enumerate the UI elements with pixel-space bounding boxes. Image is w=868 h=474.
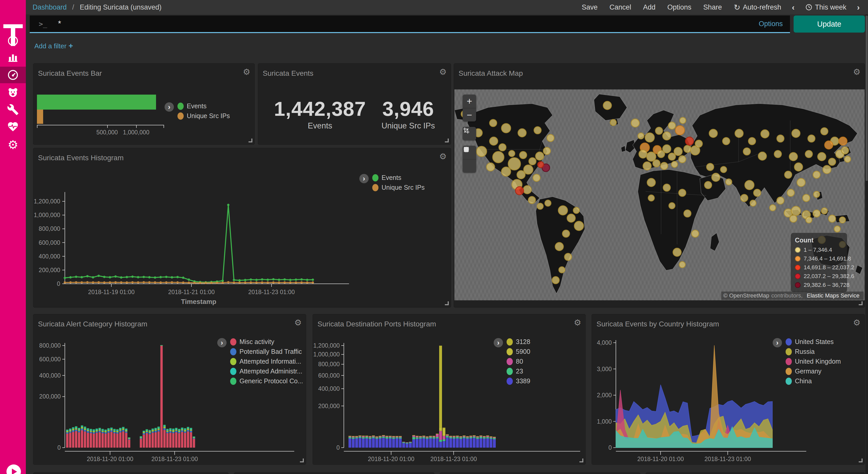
legend-expand-icon[interactable]: › — [494, 338, 503, 347]
svg-text:400,000: 400,000 — [39, 372, 61, 379]
map-legend-dot — [795, 247, 801, 253]
stacked-bar-segment — [78, 433, 80, 448]
stacked-bar-segment — [78, 429, 80, 431]
stacked-bar-segment — [406, 442, 408, 443]
breadcrumb-separator: / — [72, 3, 74, 11]
cancel-button[interactable]: Cancel — [603, 3, 637, 11]
legend-expand-icon[interactable]: › — [773, 338, 782, 347]
fit-bounds-crop-icon[interactable] — [463, 127, 476, 140]
legend-item[interactable]: United Kingdom — [785, 358, 841, 365]
time-forward-button[interactable]: › — [852, 3, 864, 12]
legend-item[interactable]: Germany — [785, 367, 841, 375]
stacked-bar-segment — [81, 428, 83, 430]
svg-text:2018-11-20 01:00: 2018-11-20 01:00 — [87, 456, 133, 463]
time-picker-button[interactable]: This week — [799, 3, 852, 11]
panel-resize-handle[interactable] — [300, 458, 304, 463]
legend-item[interactable]: Events — [372, 174, 425, 181]
stacked-bar-segment — [453, 437, 456, 439]
events-line-chart: 0200,000400,000600,000800,0001,000,0001,… — [33, 148, 451, 308]
zoom-in-button[interactable]: + — [463, 95, 476, 108]
panel-gear-icon[interactable]: ⚙ — [853, 68, 861, 76]
share-button[interactable]: Share — [697, 3, 728, 11]
stacked-bar-segment — [116, 429, 119, 430]
attack-dot — [520, 151, 527, 159]
panel-resize-handle[interactable] — [445, 139, 449, 142]
stacked-bar-segment — [453, 439, 456, 448]
add-button[interactable]: Add — [637, 3, 661, 11]
legend-item[interactable]: Russia — [785, 348, 841, 355]
attack-dot — [709, 129, 717, 138]
sidebar-item-monitoring[interactable] — [0, 118, 26, 135]
attack-dot — [753, 189, 761, 197]
save-button[interactable]: Save — [576, 3, 604, 11]
breadcrumb-dashboard-link[interactable]: Dashboard — [33, 3, 67, 11]
panel-resize-handle[interactable] — [859, 458, 863, 463]
panel-resize-handle[interactable] — [249, 139, 252, 142]
sidebar-item-hunting[interactable] — [0, 84, 26, 101]
attack-dot — [695, 140, 703, 147]
query-options-link[interactable]: Options — [759, 20, 783, 28]
legend-item[interactable]: Potentially Bad Traffic — [230, 348, 303, 355]
legend-item[interactable]: Unique Src IPs — [372, 184, 425, 191]
panel-resize-handle[interactable] — [580, 458, 583, 463]
draw-rectangle-icon[interactable] — [463, 159, 476, 173]
stacked-bar-segment — [389, 438, 392, 448]
legend-item[interactable]: China — [785, 377, 841, 385]
attack-dot — [672, 161, 678, 168]
legend-item[interactable]: Misc activity — [230, 338, 303, 346]
stacked-bar-segment — [187, 432, 189, 448]
vertical-scrollbar[interactable] — [865, 14, 868, 474]
attack-dot — [684, 145, 691, 152]
stacked-bar-segment — [113, 432, 116, 433]
legend-item[interactable]: 80 — [506, 358, 530, 365]
legend-label: Unique Src IPs — [187, 112, 230, 120]
legend-item[interactable]: Attempted Administr... — [230, 367, 303, 375]
legend-item[interactable]: 3389 — [506, 377, 530, 385]
stacked-bar-segment — [466, 437, 469, 438]
sidebar-item-dev-tools[interactable] — [0, 101, 26, 118]
options-button[interactable]: Options — [661, 3, 697, 11]
legend-item[interactable]: Events — [178, 102, 230, 110]
collapse-nav-button[interactable] — [6, 465, 21, 474]
auto-refresh-button[interactable]: ↻ Auto-refresh — [728, 3, 787, 12]
panel-resize-handle[interactable] — [859, 301, 863, 305]
sidebar-item-management[interactable]: ⚙ — [0, 137, 26, 153]
search-query-input[interactable]: >_ * Options — [30, 16, 790, 33]
add-filter-link[interactable]: Add a filter+ — [34, 41, 73, 50]
attack-dot — [639, 150, 647, 158]
osm-attribution-link[interactable]: © OpenStreetMap — [723, 292, 769, 299]
legend-expand-icon[interactable]: › — [217, 338, 226, 347]
attack-dot — [501, 123, 511, 133]
legend-item[interactable]: 3128 — [506, 338, 530, 346]
stacked-bar-segment — [178, 431, 180, 432]
sidebar-item-discover[interactable] — [0, 33, 26, 49]
world-map[interactable]: + − Count 1 – 7,346.47, — [455, 89, 865, 300]
ems-attribution-link[interactable]: Elastic Maps Service — [805, 292, 862, 299]
sidebar-item-visualize[interactable] — [0, 49, 26, 66]
stacked-bar-segment — [75, 431, 77, 448]
scrollbar-thumb[interactable] — [866, 16, 868, 181]
legend-expand-icon[interactable]: › — [164, 102, 174, 112]
panel-resize-handle[interactable] — [445, 301, 449, 305]
stacked-bar-segment — [459, 436, 462, 437]
stacked-bar-segment — [175, 428, 178, 428]
update-button[interactable]: Update — [794, 16, 865, 33]
legend-item[interactable]: Attempted Informati... — [230, 358, 303, 365]
legend-expand-icon[interactable]: › — [359, 174, 369, 183]
legend-item[interactable]: Generic Protocol Co... — [230, 377, 303, 385]
legend-item[interactable]: Unique Src IPs — [178, 112, 230, 120]
time-back-button[interactable]: ‹ — [787, 3, 799, 12]
legend-item[interactable]: United States — [785, 338, 841, 346]
legend-item[interactable]: 23 — [506, 367, 530, 375]
legend-color-dot — [506, 348, 513, 355]
panel-next-row-4 — [646, 472, 865, 474]
map-fit-control — [463, 127, 476, 140]
stacked-bar-segment — [98, 433, 101, 448]
zoom-out-button[interactable]: − — [463, 108, 476, 121]
legend-label: United Kingdom — [795, 358, 841, 365]
attack-dot — [743, 148, 750, 155]
sidebar-item-dashboard[interactable] — [0, 67, 26, 83]
legend-color-dot — [230, 368, 237, 375]
panel-gear-icon[interactable]: ⚙ — [439, 68, 447, 76]
legend-item[interactable]: 5900 — [506, 348, 530, 355]
